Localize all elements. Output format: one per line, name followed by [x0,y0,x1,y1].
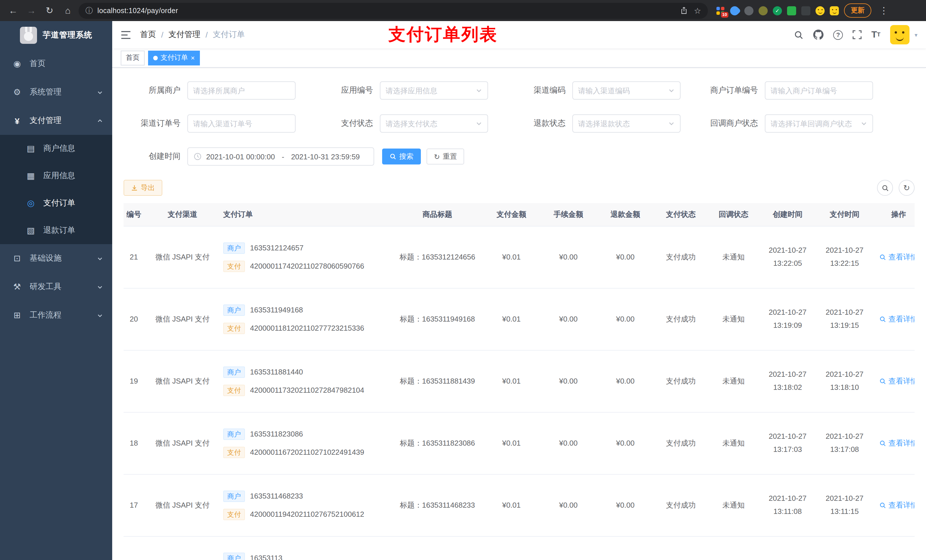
col-actions: 操作 [873,203,915,226]
tab-close-icon[interactable]: × [191,54,195,61]
view-detail-link[interactable]: 查看详情 [879,314,915,324]
extension-olive-icon[interactable] [758,6,768,15]
cell-title: 标题：1635311468233 [392,474,483,536]
breadcrumb-item-payment[interactable]: 支付管理 [169,30,200,40]
table-row-partial: 商户16353113 [124,536,915,560]
breadcrumb-item-home[interactable]: 首页 [140,30,156,40]
bookmark-star-icon[interactable]: ☆ [694,6,701,15]
channel-order-no-filter-input[interactable] [193,119,290,128]
url-text: localhost:1024/pay/order [97,6,676,15]
view-detail-link[interactable]: 查看详情 [879,500,915,510]
view-detail-link[interactable]: 查看详情 [879,438,915,448]
sidebar-item-home[interactable]: ◉ 首页 [0,50,112,78]
sidebar-subitem-merchant-info[interactable]: ▤ 商户信息 [0,135,112,162]
merchant-order-no-filter-input[interactable] [770,86,867,95]
browser-menu-button[interactable]: ⋮ [876,3,891,18]
date-range-separator: - [279,152,286,161]
sidebar-item-label: 商户信息 [43,143,75,154]
app-logo[interactable]: 芋道管理系统 [0,21,112,50]
view-detail-link[interactable]: 查看详情 [879,376,915,386]
pay-order-no: 4200001167202110271022491439 [250,448,364,456]
address-bar[interactable]: ⓘ localhost:1024/pay/order ☆ [79,3,708,18]
share-icon[interactable] [680,6,688,15]
info-icon[interactable]: ⓘ [85,5,93,16]
col-pay-time: 支付时间 [816,203,873,226]
breadcrumb-separator: / [161,30,163,39]
merchant-filter-input[interactable] [193,86,290,95]
page-annotation-title: 支付订单列表 [388,23,498,46]
tab-pay-order[interactable]: 支付订单 × [148,50,200,65]
cell-actions: 查看详情 [873,474,915,536]
orders-table: 编号 支付渠道 支付订单 商品标题 支付金额 手续金额 退款金额 支付状态 回调… [124,203,915,560]
sidebar-subitem-pay-order[interactable]: ◎ 支付订单 [0,190,112,217]
cell-pay-time: 2021-10-27 13:17:08 [816,412,873,474]
home-button[interactable]: ⌂ [61,3,75,18]
help-icon-button[interactable]: ? [833,30,843,39]
extension-emoji-icon[interactable] [816,6,825,15]
chevron-down-icon [668,87,675,94]
profile-avatar[interactable] [830,6,839,15]
view-detail-link[interactable]: 查看详情 [879,252,915,262]
sidebar-subitem-app-info[interactable]: ▦ 应用信息 [0,162,112,190]
col-status: 支付状态 [654,203,708,226]
channel-code-filter-input[interactable] [578,86,664,95]
app-no-filter-input[interactable] [386,86,472,95]
refund-status-filter-select [572,115,681,133]
extension-check-icon[interactable]: ✓ [773,6,782,15]
cell-title: 标题：1635312124656 [392,226,483,288]
toolbar-search-toggle-button[interactable] [877,180,893,196]
toolbar-refresh-button[interactable]: ↻ [899,180,915,196]
sidebar-item-payment[interactable]: ¥ 支付管理 [0,106,112,135]
search-icon-button[interactable] [794,30,803,39]
font-size-icon-button[interactable]: TT [872,30,881,39]
search-button[interactable]: 搜索 [382,148,421,165]
fullscreen-icon-button[interactable] [853,30,862,39]
sidebar-item-workflow[interactable]: ⊞ 工作流程 [0,301,112,329]
reset-button[interactable]: ↻ 重置 [427,148,465,165]
forward-button[interactable]: → [24,3,39,18]
reload-button[interactable]: ↻ [42,3,57,18]
cell-create-time: 2021-10-27 13:22:05 [759,226,816,288]
avatar-caret-icon[interactable]: ▾ [915,32,917,38]
cell-pay-time: 2021-10-27 13:18:10 [816,350,873,412]
sidebar-subitem-refund-order[interactable]: ▧ 退款订单 [0,217,112,244]
tools-icon: ⚒ [11,282,23,292]
extension-chat-icon[interactable] [787,6,796,15]
channel-order-no-filter-input-wrap [188,115,295,133]
screen: ← → ↻ ⌂ ⓘ localhost:1024/pay/order ☆ 10 … [0,0,926,560]
chevron-down-icon [668,120,675,127]
tab-home[interactable]: 首页 [121,50,145,65]
extension-pin-icon[interactable] [801,6,810,15]
sidebar-item-system[interactable]: ⚙ 系统管理 [0,78,112,106]
pay-status-filter-input[interactable] [386,119,472,128]
merchant-badge: 商户 [223,366,245,377]
cell-pay-order: 商户16353113 [215,536,392,560]
sidebar-item-devtools[interactable]: ⚒ 研发工具 [0,273,112,301]
pay-order-no: 4200001181202110277723215336 [250,324,364,332]
cell-title: 标题：1635311881439 [392,350,483,412]
refund-status-filter-input[interactable] [578,119,664,128]
merchant-order-no: 1635311823086 [250,430,303,438]
view-detail-label: 查看详情 [888,252,915,262]
notify-status-filter-input[interactable] [770,119,857,128]
extension-gray-icon[interactable] [744,6,754,15]
table-row: 20 微信 JSAPI 支付 商户1635311949168 支付4200001… [124,288,915,350]
cell-status: 支付成功 [654,350,708,412]
update-button[interactable]: 更新 [844,3,872,18]
download-icon [131,184,138,191]
hamburger-button[interactable] [121,30,131,39]
extension-drop-icon[interactable] [728,4,741,17]
create-time-range-picker[interactable]: 2021-10-01 00:00:00 - 2021-10-31 23:59:5… [188,147,374,166]
sidebar-item-label: 系统管理 [30,87,62,97]
cell-notify: 未通知 [708,350,759,412]
github-icon-button[interactable] [813,30,823,40]
cell-id: 20 [124,288,150,350]
extensions-area: 10 ✓ 更新 ⋮ [716,3,891,18]
search-button-label: 搜索 [399,152,413,162]
export-button[interactable]: 导出 [124,180,162,196]
sidebar-item-infrastructure[interactable]: ⊡ 基础设施 [0,244,112,273]
user-avatar[interactable] [890,25,909,44]
clock-icon [194,152,201,160]
back-button[interactable]: ← [6,3,21,18]
extension-grid-icon[interactable]: 10 [716,6,725,15]
